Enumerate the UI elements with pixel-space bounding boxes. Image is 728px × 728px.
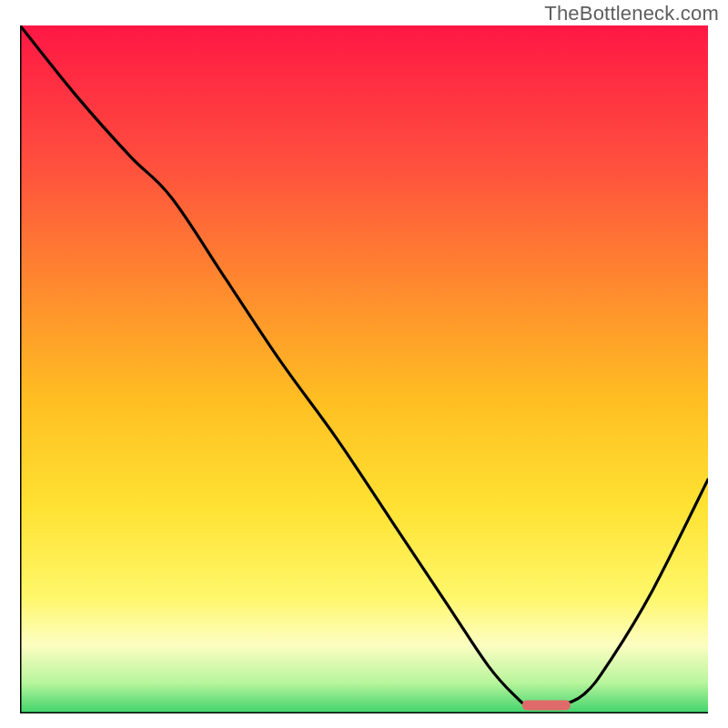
- plot-area: [20, 25, 708, 713]
- watermark-text: TheBottleneck.com: [544, 2, 719, 25]
- chart-stage: TheBottleneck.com: [0, 0, 728, 728]
- chart-svg: [20, 25, 708, 713]
- optimum-marker: [522, 700, 571, 710]
- gradient-background: [20, 25, 708, 713]
